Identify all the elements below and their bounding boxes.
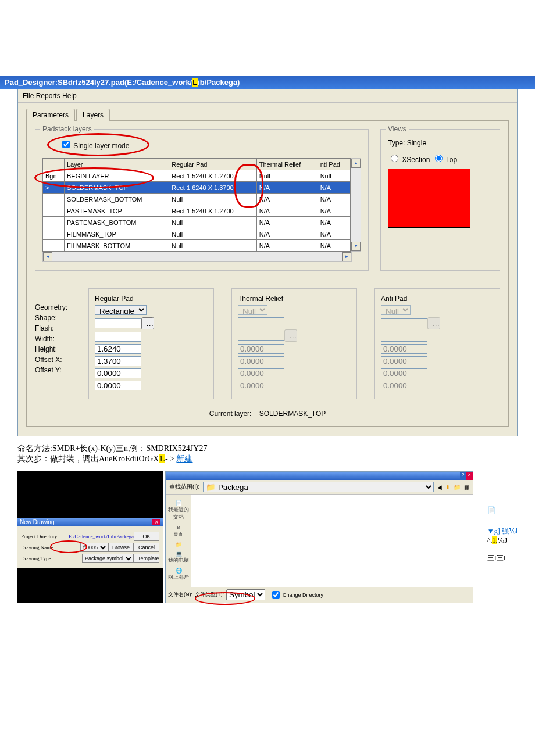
browse-button[interactable]: Browse... (108, 543, 134, 552)
views-title: Views (386, 125, 409, 133)
back-icon[interactable]: ◀ (437, 484, 442, 490)
table-row[interactable]: FILMMASK_BOTTOMNullN/AN/A (43, 240, 351, 252)
current-layer-label: Current layer: (209, 410, 252, 418)
tab-layers[interactable]: Layers (76, 109, 110, 121)
reg-offy-input[interactable] (95, 381, 141, 390)
single-layer-mode-checkbox[interactable] (62, 141, 70, 148)
file-type-select[interactable]: Symbol (226, 589, 265, 600)
ap-height-input (381, 356, 427, 366)
ap-width-input (381, 344, 427, 354)
newfolder-icon[interactable]: 📁 (454, 484, 461, 490)
reg-flash-input[interactable] (95, 332, 141, 342)
anti-pad-group: Anti Pad Null … (374, 288, 500, 399)
tr-offx-input (238, 368, 284, 378)
regular-pad-group: Regular Pad Rectangle … (88, 288, 214, 399)
template-button[interactable]: Template... (134, 554, 159, 563)
window-title: Pad_Designer:SBdrlz524ly27.pad(E:/Cadenc… (0, 76, 535, 89)
open-dialog: ?× 查找范围(I): 📁 Packega ◀ ⬆ 📁 ▦ 📄我最近的文档 🖥桌… (165, 471, 473, 603)
mypc-icon[interactable]: 💻我的电脑 (166, 551, 191, 564)
scroll-up-icon[interactable]: ▴ (351, 159, 361, 168)
reg-offx-input[interactable] (95, 368, 141, 378)
cancel-button[interactable]: Cancel (134, 543, 159, 552)
close-icon[interactable]: × (152, 519, 160, 525)
type-value: Single (407, 139, 426, 147)
new-link[interactable]: 新建 (176, 454, 192, 463)
recent-icon[interactable]: 📄我最近的文档 (166, 500, 191, 521)
close-icon[interactable]: × (466, 472, 473, 480)
table-row[interactable]: SOLDERMASK_BOTTOMNullN/AN/A (43, 194, 351, 205)
type-label: Type: (388, 139, 405, 147)
ap-offy-input (381, 381, 427, 390)
mydocs-icon[interactable]: 📁 (166, 542, 191, 547)
tr-shape-input (238, 317, 284, 327)
desktop-icon[interactable]: 🖥桌面 (166, 525, 191, 538)
table-row[interactable]: >SOLDERMASK_TOPRect 1.6240 X 1.3700N/AN/… (43, 182, 351, 194)
table-row[interactable]: PASTEMASK_TOPRect 1.5240 X 1.2700N/AN/A (43, 205, 351, 217)
ap-flash-input (381, 332, 427, 342)
top-radio[interactable] (435, 155, 443, 162)
change-dir-checkbox[interactable] (272, 591, 280, 599)
scroll-right-icon[interactable]: ▸ (342, 252, 351, 261)
file-list[interactable] (191, 495, 473, 564)
pad-preview (388, 169, 470, 228)
tr-height-input (238, 356, 284, 366)
table-row[interactable]: BgnBEGIN LAYERRect 1.5240 X 1.2700NullNu… (43, 170, 351, 182)
ap-shape-input (381, 318, 427, 328)
ap-offx-input (381, 368, 427, 378)
table-hscroll[interactable]: ◂ ▸ (42, 252, 352, 262)
menu-bar[interactable]: File Reports Help (18, 89, 517, 103)
thermal-relief-group: Thermal Relief Null … (231, 288, 357, 399)
shape-browse-button[interactable]: … (141, 317, 154, 329)
padstack-title: Padstack layers (40, 125, 94, 133)
layer-table[interactable]: Layer Regular Pad Thermal Relief nti Pad… (42, 158, 351, 252)
table-vscroll[interactable]: ▴ ▾ (351, 158, 361, 252)
table-row[interactable]: PASTEMASK_BOTTOMNullN/AN/A (43, 217, 351, 228)
tr-flash-browse: … (284, 329, 297, 342)
new-drawing-dialog: New Drawing× Project Directory:E:/Cadenc… (17, 518, 163, 568)
drawing-name-select[interactable]: ft0005 (80, 543, 108, 552)
ok-button[interactable]: OK (134, 532, 159, 541)
doc-line2: 其次步：做封装，调出AueKroEdiiOrGX1.- > 新建 (17, 454, 518, 464)
views-icon[interactable]: ▦ (464, 484, 469, 490)
network-icon[interactable]: 🌐网上邻居 (166, 568, 191, 581)
current-layer-value: SOLDERMASK_TOP (259, 410, 326, 418)
tab-parameters[interactable]: Parameters (26, 109, 75, 121)
doc-line1: 命名方法:SMDR+长(x)-K(y)三n,例：SMDRIX524JY27 (17, 443, 518, 454)
scroll-left-icon[interactable]: ◂ (43, 252, 52, 261)
table-row[interactable]: FILMMASK_TOPNullN/AN/A (43, 228, 351, 240)
tr-geom-select: Null (238, 305, 268, 315)
reg-width-input[interactable] (95, 344, 141, 354)
reg-height-input[interactable] (95, 356, 141, 366)
annotations: 📄 ▼g] 强⅟₀l ^.1.⅟₀J 三I三I (487, 471, 518, 603)
tr-flash-input (238, 331, 284, 341)
reg-geom-select[interactable]: Rectangle (95, 305, 147, 315)
reg-shape-input[interactable] (95, 318, 141, 328)
tr-offy-input (238, 381, 284, 390)
scroll-down-icon[interactable]: ▾ (351, 242, 361, 251)
look-in-select[interactable]: 📁 Packega (203, 482, 434, 492)
drawing-type-select[interactable]: Package symbol (82, 554, 134, 563)
xsection-radio[interactable] (391, 155, 398, 162)
ap-geom-select: Null (381, 305, 411, 315)
up-icon[interactable]: ⬆ (445, 484, 450, 490)
single-layer-mode-label: Single layer mode (73, 142, 129, 150)
tr-width-input (238, 344, 284, 354)
main-window: File Reports Help Parameters Layers Pads… (17, 89, 518, 436)
help-icon[interactable]: ? (460, 472, 466, 480)
ap-shape-browse: … (427, 317, 440, 329)
